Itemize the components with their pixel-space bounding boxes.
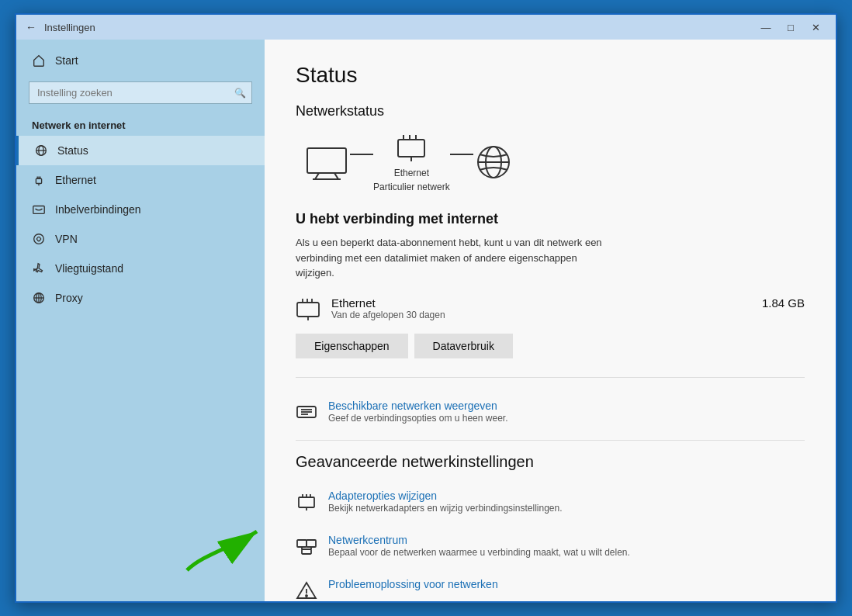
- netwerkcentrum-icon: [296, 535, 317, 557]
- sidebar-item-inbel[interactable]: Inbelverbindingen: [16, 195, 265, 224]
- sidebar-item-status[interactable]: Status: [16, 136, 265, 165]
- svg-rect-15: [307, 148, 346, 173]
- svg-rect-43: [302, 549, 311, 554]
- svg-rect-41: [297, 540, 307, 547]
- sidebar-item-start[interactable]: Start: [16, 46, 265, 75]
- svg-line-16: [315, 173, 319, 179]
- ethernet-item: Ethernet Particulier netwerk: [373, 132, 450, 192]
- dialup-icon: [32, 202, 46, 216]
- svg-rect-19: [398, 140, 424, 157]
- divider1: [296, 377, 805, 378]
- beschikbare-netwerken-title[interactable]: Beschikbare netwerken weergeven: [328, 400, 805, 412]
- netwerkcentrum-title[interactable]: Netwerkcentrum: [328, 534, 805, 546]
- adapter-opties-title[interactable]: Adapteropties wijzigen: [328, 490, 805, 502]
- connection-title: U hebt verbinding met internet: [296, 211, 805, 227]
- line2: [450, 154, 473, 155]
- minimize-button[interactable]: —: [755, 19, 777, 35]
- ethernet-box-icon: [395, 132, 428, 164]
- svg-line-17: [334, 173, 338, 179]
- sidebar-item-vpn[interactable]: VPN: [16, 224, 265, 254]
- adapter-opties-sub: Bekijk netwerkadapters en wijzig verbind…: [328, 502, 805, 515]
- back-button[interactable]: ←: [26, 21, 36, 33]
- sidebar-item-vliegtuig-label: Vliegtuigstand: [55, 262, 123, 275]
- dataverbruik-button[interactable]: Dataverbruik: [414, 334, 513, 358]
- sidebar-item-vpn-label: VPN: [55, 233, 78, 245]
- data-row-size: 1.84 GB: [762, 296, 805, 310]
- ethernet-icon: [32, 173, 46, 187]
- ethernet-data-icon: [296, 296, 320, 321]
- search-icon: 🔍: [234, 88, 246, 99]
- adapter-opties-item[interactable]: Adapteropties wijzigen Bekijk netwerkada…: [296, 480, 805, 524]
- svg-point-9: [34, 234, 44, 244]
- network-icon: [34, 144, 48, 157]
- main-content: Status Netwerkstatus: [265, 40, 836, 601]
- pc-icon-item: [303, 145, 350, 180]
- globe-icon: [473, 142, 514, 182]
- netwerkcentrum-item[interactable]: Netwerkcentrum Bepaal voor de netwerken …: [296, 524, 805, 569]
- divider2: [296, 440, 805, 441]
- sidebar-item-inbel-label: Inbelverbindingen: [55, 203, 141, 216]
- svg-rect-36: [299, 497, 314, 507]
- connection-subdesc: Als u een beperkt data-abonnement hebt, …: [296, 235, 606, 281]
- beschikbare-netwerken-info: Beschikbare netwerken weergeven Geef de …: [328, 400, 805, 425]
- sidebar-item-vliegtuig[interactable]: Vliegtuigstand: [16, 254, 265, 283]
- netwerkcentrum-info: Netwerkcentrum Bepaal voor de netwerken …: [328, 534, 805, 559]
- airplane-icon: [32, 261, 46, 275]
- search-box: 🔍: [29, 81, 252, 104]
- advanced-section-title: Geavanceerde netwerkinstellingen: [296, 453, 805, 471]
- netwerkcentrum-sub: Bepaal voor de netwerken waarmee u verbi…: [328, 546, 805, 559]
- probleemoplossing-item[interactable]: Probleemoplossing voor netwerken: [296, 569, 805, 601]
- btn-row: Eigenschappen Dataverbruik: [296, 334, 805, 358]
- sidebar-item-ethernet[interactable]: Ethernet: [16, 165, 265, 195]
- warning-icon: [296, 580, 317, 601]
- network-diagram: Ethernet Particulier netwerk: [296, 132, 805, 192]
- data-row: Ethernet Van de afgelopen 30 dagen 1.84 …: [296, 296, 805, 321]
- sidebar-item-status-label: Status: [57, 144, 88, 157]
- adapter-opties-info: Adapteropties wijzigen Bekijk netwerkada…: [328, 490, 805, 515]
- svg-point-48: [306, 595, 307, 597]
- svg-rect-42: [307, 540, 316, 547]
- netwerkstatus-title: Netwerkstatus: [296, 103, 805, 119]
- page-title: Status: [296, 63, 805, 88]
- svg-rect-3: [36, 178, 41, 183]
- globe-item: [473, 142, 514, 182]
- probleemoplossing-title[interactable]: Probleemoplossing voor netwerken: [328, 578, 805, 590]
- sidebar: Start 🔍 Netwerk en internet Status: [16, 40, 265, 601]
- data-row-title: Ethernet: [331, 296, 751, 310]
- sidebar-item-ethernet-label: Ethernet: [55, 174, 96, 186]
- network-list-icon: [296, 401, 317, 423]
- vpn-icon: [32, 232, 46, 246]
- data-row-info: Ethernet Van de afgelopen 30 dagen: [331, 296, 751, 320]
- beschikbare-netwerken-sub: Geef de verbindingsopties om u heen weer…: [328, 412, 805, 425]
- data-row-sub: Van de afgelopen 30 dagen: [331, 310, 751, 320]
- sidebar-item-proxy[interactable]: Proxy: [16, 283, 265, 313]
- line1: [350, 154, 373, 155]
- window-title: Instellingen: [44, 22, 755, 33]
- home-icon: [32, 54, 46, 67]
- close-button[interactable]: ✕: [805, 19, 826, 35]
- eigenschappen-button[interactable]: Eigenschappen: [296, 334, 408, 358]
- sidebar-section-title: Netwerk en internet: [16, 110, 265, 136]
- content-area: Start 🔍 Netwerk en internet Status: [16, 40, 836, 601]
- sidebar-item-proxy-label: Proxy: [55, 292, 83, 304]
- search-input[interactable]: [29, 81, 252, 104]
- title-bar: ← Instellingen — □ ✕: [16, 15, 836, 40]
- adapter-icon: [296, 491, 317, 513]
- proxy-icon: [32, 291, 46, 305]
- green-arrow: [171, 500, 272, 586]
- probleemoplossing-info: Probleemoplossing voor netwerken: [328, 578, 805, 590]
- ethernet-label: Ethernet: [394, 168, 429, 178]
- window-controls: — □ ✕: [755, 19, 826, 35]
- pc-icon: [303, 145, 350, 180]
- svg-rect-27: [297, 303, 319, 317]
- beschikbare-netwerken-item[interactable]: Beschikbare netwerken weergeven Geef de …: [296, 390, 805, 434]
- maximize-button[interactable]: □: [780, 19, 802, 35]
- particulier-label: Particulier netwerk: [373, 182, 450, 192]
- start-label: Start: [55, 54, 78, 67]
